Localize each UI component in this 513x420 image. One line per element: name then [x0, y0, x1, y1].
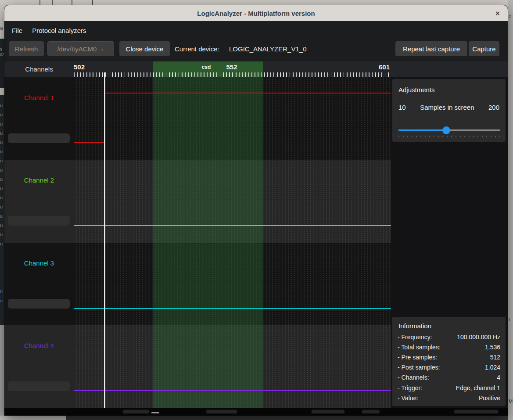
chevron-down-icon: ⌄ — [100, 46, 104, 52]
information-panel: Information - Frequency:100.000.000 Hz- … — [392, 317, 506, 406]
channel-1-label: Channel 1 — [4, 94, 74, 101]
titlebar[interactable]: LogicAnalyzer - Multiplatform version × — [4, 5, 508, 21]
background-app-left-strip: lit : s an u u u u u u u u u u u u u u u… — [0, 5, 4, 420]
samples-slider-fill — [398, 129, 446, 131]
channel-4-header: Channel 4 — [4, 325, 74, 408]
information-row: - Value:Positive — [398, 393, 500, 403]
logic-analyzer-window: LogicAnalyzer - Multiplatform version × … — [4, 5, 508, 416]
background-divider — [52, 0, 53, 5]
channel-1-trace — [74, 93, 391, 143]
ruler-label-end: 601 — [373, 63, 390, 71]
background-text-blob — [312, 410, 344, 413]
signal-traces — [74, 77, 391, 408]
current-device-label: Current device: — [175, 45, 219, 53]
device-select[interactable]: /dev/ttyACM0 ⌄ — [47, 41, 114, 56]
information-row: - Frequency:100.000.000 Hz — [398, 332, 500, 342]
samples-label: Samples in screen — [420, 104, 474, 111]
background-dash — [151, 412, 159, 413]
current-device-value: LOGIC_ANALYZER_V1_0 — [229, 45, 306, 53]
refresh-button[interactable]: Refresh — [9, 41, 44, 56]
samples-min: 10 — [398, 104, 406, 111]
info-label: - Frequency: — [398, 334, 432, 341]
adjustments-panel: Adjustments 10 Samples in screen 200 — [392, 79, 506, 142]
menu-file[interactable]: File — [12, 27, 22, 34]
samples-slider[interactable] — [398, 129, 500, 131]
channel-2-name-input[interactable] — [8, 216, 70, 226]
repeat-last-capture-button[interactable]: Repeat last capture — [395, 41, 467, 56]
window-title: LogicAnalyzer - Multiplatform version — [197, 10, 315, 17]
background-bottom-strip — [0, 416, 66, 420]
info-label: - Total samples: — [398, 344, 441, 351]
information-row: - Total samples:1.536 — [398, 342, 500, 352]
information-row: - Channels:4 — [398, 373, 500, 383]
waveform-viewport[interactable]: Channel 1 Channel 2 Channel 3 — [4, 77, 391, 408]
background-text-blob — [206, 410, 237, 413]
info-value: 512 — [490, 354, 500, 361]
background-text-blob — [454, 410, 498, 413]
background-text-blob — [362, 410, 380, 413]
desktop: lit : s an u u u u u u u u u u u u u u u… — [0, 0, 513, 420]
channel-1-name-input[interactable] — [8, 133, 70, 143]
close-device-button[interactable]: Close device — [119, 41, 170, 56]
waveform-content: Channel 1 Channel 2 Channel 3 — [4, 77, 508, 408]
info-value: 4 — [497, 374, 500, 381]
adjustments-title: Adjustments — [398, 86, 435, 93]
background-text: n n — [0, 286, 3, 305]
info-value: Positive — [479, 395, 500, 402]
background-text: : s an — [0, 39, 4, 88]
window-bottom-bar — [4, 408, 508, 416]
info-value: 1.536 — [485, 344, 500, 351]
ruler-label-mid: 552 — [223, 63, 240, 71]
samples-slider-thumb[interactable] — [442, 126, 450, 134]
background-app-right-strip: c L M — [508, 0, 513, 420]
channel-4-name-input[interactable] — [8, 381, 70, 391]
information-rows: - Frequency:100.000.000 Hz- Total sample… — [398, 332, 500, 403]
ruler-label-start: 502 — [74, 63, 85, 71]
channel-1-header: Channel 1 — [4, 77, 74, 160]
csd-region-label: csd — [193, 64, 219, 70]
toolbar: Refresh /dev/ttyACM0 ⌄ Close device Curr… — [4, 39, 508, 61]
info-label: - Channels: — [398, 374, 429, 381]
capture-button[interactable]: Capture — [469, 41, 499, 56]
background-divider — [72, 0, 72, 5]
background-text-blob — [123, 410, 149, 413]
channels-column-header: Channels — [4, 65, 74, 73]
samples-max: 200 — [488, 104, 499, 111]
sample-ruler[interactable] — [74, 72, 391, 77]
info-value: Edge, channel 1 — [456, 384, 500, 391]
sidebar: Adjustments 10 Samples in screen 200 Inf… — [391, 77, 508, 408]
background-char: L — [509, 317, 511, 322]
channel-3-name-input[interactable] — [8, 299, 70, 309]
background-strip — [0, 88, 4, 95]
trigger-marker-line[interactable] — [104, 72, 105, 408]
background-char: c — [509, 13, 511, 18]
background-char: s — [0, 47, 2, 51]
channel-3-header: Channel 3 — [4, 243, 74, 325]
device-select-value: /dev/ttyACM0 — [57, 45, 97, 53]
background-char: M — [509, 398, 513, 404]
menubar: File Protocol analyzers — [4, 21, 508, 39]
background-bottom-strip — [66, 416, 508, 420]
information-row: - Pre samples:512 — [398, 352, 500, 362]
background-divider — [39, 0, 40, 5]
menu-protocol-analyzers[interactable]: Protocol analyzers — [32, 27, 86, 34]
info-value: 1.024 — [485, 364, 500, 371]
info-label: - Value: — [398, 395, 418, 402]
channel-2-header: Channel 2 — [4, 160, 74, 243]
channel-2-label: Channel 2 — [4, 176, 74, 184]
slider-tick-marks — [398, 136, 500, 138]
info-value: 100.000.000 Hz — [457, 334, 500, 341]
ruler-header: Channels 502 552 601 csd — [4, 61, 508, 77]
channel-3-label: Channel 3 — [4, 259, 74, 267]
information-title: Information — [398, 322, 431, 330]
information-row: - Post samples:1.024 — [398, 363, 500, 373]
information-row: - Trigger:Edge, channel 1 — [398, 383, 500, 393]
info-label: - Trigger: — [398, 384, 422, 391]
channel-4-label: Channel 4 — [4, 342, 74, 349]
close-window-button[interactable]: × — [493, 9, 502, 18]
background-divider — [92, 0, 93, 5]
info-label: - Post samples: — [398, 364, 440, 371]
background-text: lit — [0, 5, 4, 39]
background-strip — [0, 325, 4, 420]
samples-row: 10 Samples in screen 200 — [392, 104, 506, 111]
